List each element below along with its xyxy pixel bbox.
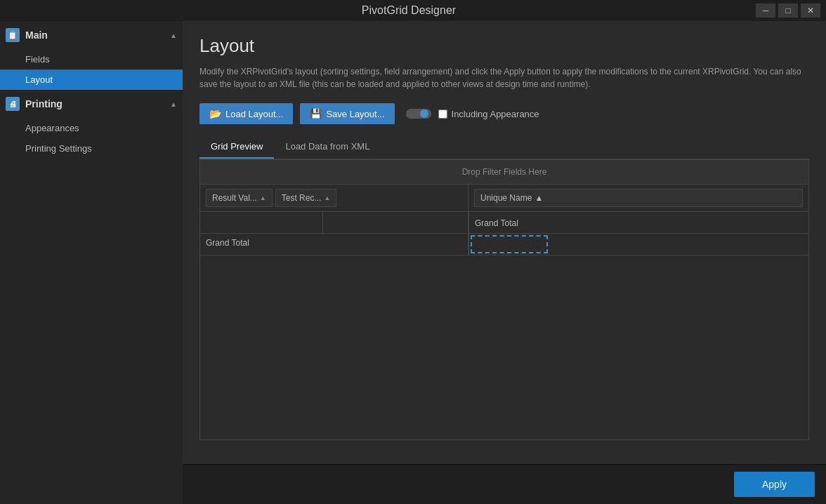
toggle-switch[interactable] <box>406 109 431 119</box>
grid-row-label-part-empty1 <box>200 212 323 233</box>
drop-filter-bar: Drop Filter Fields Here <box>200 160 808 185</box>
row-header-test-rec[interactable]: Test Rec... ▲ <box>275 189 337 207</box>
save-layout-icon: 💾 <box>310 108 322 119</box>
minimize-button[interactable]: ─ <box>756 4 775 18</box>
title-bar-controls: ─ □ ✕ <box>756 4 820 18</box>
title-bar-title: PivotGrid Designer <box>362 4 456 17</box>
main-group-icon: 📋 <box>6 28 20 42</box>
toggle-track[interactable] <box>406 109 431 119</box>
tab-load-data-xml[interactable]: Load Data from XML <box>274 135 381 159</box>
load-layout-icon: 📂 <box>209 108 221 119</box>
toggle-thumb <box>420 110 428 118</box>
row-header-result-val[interactable]: Result Val... ▲ <box>206 189 273 207</box>
grand-total-row: Grand Total <box>200 234 808 256</box>
including-appearance-checkbox-container[interactable]: Including Appearance <box>438 109 539 119</box>
apply-button[interactable]: Apply <box>734 472 815 497</box>
including-appearance-label: Including Appearance <box>452 109 539 119</box>
grid-preview-container: Drop Filter Fields Here Result Val... ▲ <box>199 159 809 440</box>
sidebar-item-layout[interactable]: Layout <box>0 69 183 90</box>
toolbar: 📂 Load Layout... 💾 Save Layout... Includ… <box>199 103 809 124</box>
sidebar-group-main[interactable]: 📋 Main ▲ <box>0 21 183 49</box>
grid-row-label-part-empty2 <box>323 212 468 233</box>
grand-total-label: Grand Total <box>200 234 468 256</box>
load-layout-button[interactable]: 📂 Load Layout... <box>199 103 293 124</box>
maximize-button[interactable]: □ <box>778 4 798 18</box>
title-bar: PivotGrid Designer ─ □ ✕ <box>0 0 826 21</box>
printing-group-arrow: ▲ <box>170 100 177 108</box>
main-group-arrow: ▲ <box>170 32 177 39</box>
grid-row-label-subheader <box>200 212 468 234</box>
close-button[interactable]: ✕ <box>801 4 820 18</box>
grid-data-cell-grand-total-header: Grand Total <box>468 212 808 234</box>
grid-col-header-area: Unique Name ▲ <box>468 185 808 212</box>
sidebar-item-printing-settings[interactable]: Printing Settings <box>0 138 183 159</box>
tab-bar: Grid Preview Load Data from XML <box>199 135 809 159</box>
grid-corner-cell: Result Val... ▲ Test Rec... ▲ <box>200 185 468 212</box>
grid-inner: Result Val... ▲ Test Rec... ▲ <box>200 185 808 256</box>
sort-arrow-unique-name: ▲ <box>535 193 543 203</box>
tab-grid-preview[interactable]: Grid Preview <box>199 135 274 159</box>
sidebar-group-printing[interactable]: 🖨 Printing ▲ <box>0 90 183 118</box>
grid-sub-header-row: Grand Total <box>200 212 808 234</box>
grid-header-row: Result Val... ▲ Test Rec... ▲ <box>200 185 808 212</box>
printing-group-icon: 🖨 <box>6 97 20 111</box>
col-header-unique-name[interactable]: Unique Name ▲ <box>474 189 803 207</box>
content-area: Layout Modify the XRPivotGrid's layout (… <box>183 21 826 504</box>
main-group-label: Main <box>25 29 48 41</box>
grand-total-data <box>468 234 808 256</box>
grand-total-data-cell-selected[interactable] <box>471 235 548 253</box>
sort-arrow-result-val: ▲ <box>260 194 266 201</box>
including-appearance-checkbox[interactable] <box>438 110 447 119</box>
bottom-bar: Apply <box>183 464 826 504</box>
sidebar: 📋 Main ▲ Fields Layout 🖨 Printing ▲ Appe… <box>0 21 183 504</box>
main-container: 📋 Main ▲ Fields Layout 🖨 Printing ▲ Appe… <box>0 21 826 504</box>
grid-corner-inner: Result Val... ▲ Test Rec... ▲ <box>206 189 462 207</box>
page-title: Layout <box>199 35 809 57</box>
save-layout-button[interactable]: 💾 Save Layout... <box>300 103 394 124</box>
page-content: Layout Modify the XRPivotGrid's layout (… <box>183 21 826 464</box>
page-description: Modify the XRPivotGrid's layout (sorting… <box>199 65 809 91</box>
sort-arrow-test-rec: ▲ <box>324 194 330 201</box>
sidebar-item-appearances[interactable]: Appearances <box>0 118 183 138</box>
printing-group-label: Printing <box>25 98 63 110</box>
sidebar-item-fields[interactable]: Fields <box>0 49 183 69</box>
